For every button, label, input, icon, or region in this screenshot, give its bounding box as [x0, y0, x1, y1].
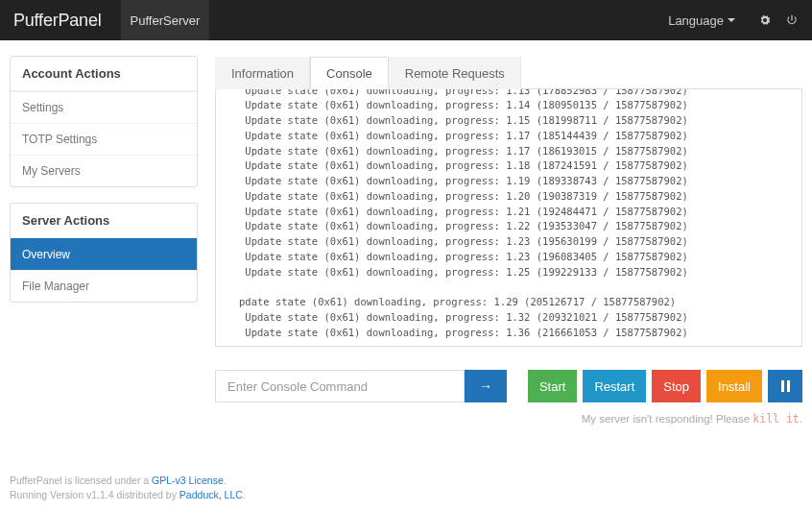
action-buttons: Start Restart Stop Install My server isn… — [528, 370, 802, 426]
server-actions-panel: Server Actions Overview File Manager — [10, 203, 198, 303]
console-text: Update state (0x61) downloading, progres… — [216, 89, 801, 346]
footer-license-link[interactable]: GPL-v3 License — [152, 474, 224, 486]
main-content: Information Console Remote Requests Upda… — [215, 56, 802, 426]
tab-information[interactable]: Information — [215, 57, 310, 89]
footer-line2-post: . — [243, 489, 246, 500]
command-input-group: → — [215, 370, 507, 426]
power-icon[interactable] — [785, 13, 799, 27]
sidebar: Account Actions Settings TOTP Settings M… — [10, 56, 198, 426]
navbar: PufferPanel PufferServer Language — [0, 0, 812, 40]
language-dropdown[interactable]: Language — [658, 0, 745, 40]
kill-prefix: My server isn't responding! Please — [582, 413, 753, 425]
pause-icon — [780, 380, 791, 392]
footer-line2-pre: Running Version v1.1.4 distributed by — [10, 489, 179, 500]
footer-line1-pre: PufferPanel is licensed under a — [10, 474, 152, 486]
sidebar-item-overview[interactable]: Overview — [11, 238, 197, 270]
tab-bar: Information Console Remote Requests — [215, 56, 802, 89]
sidebar-item-settings[interactable]: Settings — [11, 91, 197, 123]
footer: PufferPanel is licensed under a GPL-v3 L… — [10, 474, 246, 504]
sidebar-item-file-manager[interactable]: File Manager — [11, 270, 197, 302]
language-label: Language — [668, 13, 724, 28]
console-command-input[interactable] — [215, 370, 465, 402]
send-command-button[interactable]: → — [465, 370, 507, 402]
kill-server-text: My server isn't responding! Please kill … — [528, 412, 802, 426]
tab-console[interactable]: Console — [310, 57, 389, 89]
svg-rect-0 — [781, 380, 784, 392]
nav-server-name[interactable]: PufferServer — [121, 0, 210, 40]
settings-cog-icon[interactable] — [758, 13, 772, 27]
footer-vendor-link[interactable]: Padduck, LLC — [179, 489, 243, 500]
stop-button[interactable]: Stop — [652, 370, 701, 402]
chevron-down-icon — [728, 18, 735, 22]
footer-line1-post: . — [224, 474, 227, 486]
start-button[interactable]: Start — [528, 370, 577, 402]
restart-button[interactable]: Restart — [583, 370, 646, 402]
install-button[interactable]: Install — [706, 370, 762, 402]
sidebar-item-totp[interactable]: TOTP Settings — [11, 123, 197, 155]
console-output[interactable]: Update state (0x61) downloading, progres… — [215, 89, 802, 347]
account-actions-panel: Account Actions Settings TOTP Settings M… — [10, 56, 198, 187]
pause-button[interactable] — [768, 370, 802, 402]
tab-remote-requests[interactable]: Remote Requests — [389, 57, 521, 89]
sidebar-item-my-servers[interactable]: My Servers — [11, 155, 197, 186]
kill-suffix: . — [800, 413, 802, 425]
account-actions-title: Account Actions — [11, 57, 197, 91]
kill-it-link[interactable]: kill it — [752, 412, 799, 426]
server-actions-title: Server Actions — [11, 204, 197, 238]
svg-rect-1 — [787, 380, 790, 392]
brand[interactable]: PufferPanel — [13, 11, 102, 31]
